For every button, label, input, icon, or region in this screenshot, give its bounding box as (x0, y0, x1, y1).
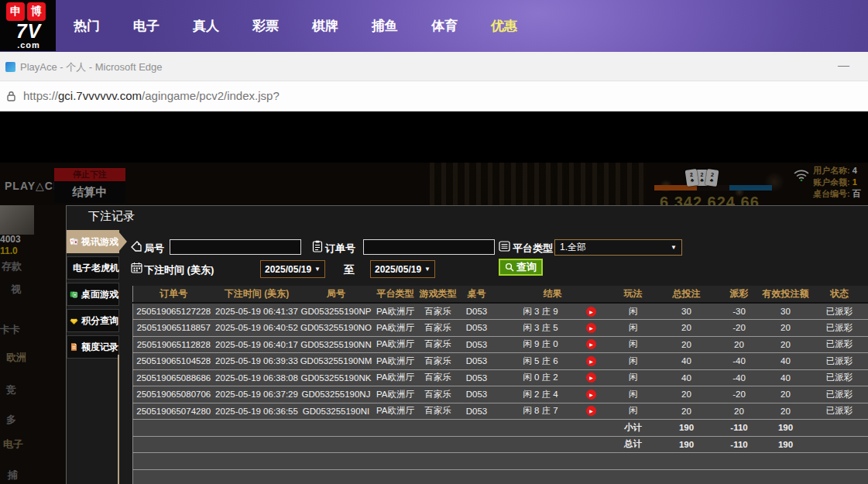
cell-payout: -30 (717, 303, 762, 320)
site-logo[interactable]: 申 博 7V .com (0, 0, 56, 51)
sidebar-item-label: 视讯游戏 (81, 235, 118, 249)
cell-platform: PA欧洲厅 (373, 303, 418, 320)
column-header: 订单号 (133, 286, 214, 303)
nav-item-electronic[interactable]: 电子 (133, 17, 160, 35)
sidebar-divider-line (118, 355, 119, 484)
modal-title: 下注记录 (88, 209, 135, 224)
cell-time: 2025-05-19 06:38:08 (214, 369, 300, 386)
cell-time: 2025-05-19 06:40:52 (214, 320, 300, 337)
url-scheme: https:// (23, 89, 58, 102)
replay-icon[interactable]: ▶ (586, 323, 596, 333)
sidebar-item-quota-records[interactable]: 额度记录 (67, 335, 119, 359)
replay-icon[interactable]: ▶ (586, 390, 596, 400)
nav-item-promotions[interactable]: 优惠 (491, 17, 517, 35)
cell-total: 40 (657, 369, 717, 386)
table-row: 2505190650807062025-05-19 06:37:29GD0532… (133, 386, 868, 403)
url-path: /agingame/pcv2/index.jsp? (142, 89, 280, 102)
minimize-button[interactable]: — (838, 58, 849, 71)
cell-table_no: D053 (458, 403, 496, 420)
screen: 申 博 7V .com 热门电子真人彩票棋牌捕鱼体育优惠 PlayAce - 个… (0, 0, 868, 484)
sidebar-item-label: 桌面游戏 (81, 288, 118, 301)
video-cards-icon: K (70, 235, 78, 248)
round-number-label: 局号 (144, 242, 164, 256)
replay-icon[interactable]: ▶ (586, 356, 596, 366)
cell-round: GD053255190NK (300, 369, 373, 386)
cell-time: 2025-05-19 06:36:55 (214, 403, 300, 420)
replay-icon[interactable]: ▶ (586, 339, 596, 349)
cell-round: GD053255190NN (300, 336, 373, 353)
table-row: 2505190651272282025-05-19 06:41:37GD0532… (133, 303, 868, 320)
cell-total: 20 (657, 403, 717, 420)
platform-type-select[interactable]: 1.全部 (554, 239, 682, 256)
cell-total: 20 (657, 320, 717, 337)
platform-list-icon (499, 241, 510, 252)
cell-result: 闲 0 庄 2▶ (496, 369, 610, 386)
sidebar-item-label: 额度记录 (81, 341, 118, 354)
nav-item-chess[interactable]: 棋牌 (312, 17, 338, 35)
cell-table_no: D053 (458, 336, 496, 353)
table-row: 2505190651045282025-05-19 06:39:33GD0532… (133, 353, 868, 370)
nav-item-fishing[interactable]: 捕鱼 (372, 17, 398, 35)
cell-table_no: D053 (458, 386, 496, 403)
logo-com-text: .com (6, 41, 51, 49)
replay-icon[interactable]: ▶ (586, 307, 596, 317)
cell-round: GD053255190NM (300, 353, 373, 370)
summary-label: 总计 (610, 436, 657, 453)
sidebar-item-points-query[interactable]: 积分查询 (67, 309, 119, 332)
replay-icon[interactable]: ▶ (586, 406, 596, 416)
sidebar-item-table-games[interactable]: 桌面游戏 (67, 283, 119, 306)
logo-7v-text: 7V (6, 21, 51, 41)
result-text: 闲 3 庄 9 (496, 306, 586, 318)
cell-table_no: D053 (458, 320, 496, 337)
cell-total: 20 (657, 386, 717, 403)
column-header: 派彩 (717, 286, 762, 303)
date-from-picker[interactable]: 2025/05/19 (260, 260, 325, 278)
search-button[interactable]: 查询 (499, 259, 543, 276)
nav-item-live[interactable]: 真人 (193, 17, 219, 35)
cell-total: 30 (657, 303, 717, 320)
cell-time: 2025-05-19 06:41:37 (214, 303, 300, 320)
edge-favicon-icon (5, 62, 15, 72)
cell-order: 250519065104528 (133, 353, 214, 370)
cell-round: GD053255190NO (300, 320, 373, 337)
result-text: 闲 8 庄 7 (496, 405, 586, 417)
order-number-input[interactable] (363, 239, 495, 255)
cell-status: 已派彩 (810, 320, 868, 337)
cell-payout: 20 (717, 403, 762, 420)
replay-icon[interactable]: ▶ (586, 372, 596, 383)
cell-status: 已派彩 (810, 403, 868, 420)
order-clipboard-icon (312, 240, 323, 252)
cell-order: 250519065074280 (133, 403, 214, 420)
cell-game: 百家乐 (418, 303, 458, 320)
url-bar[interactable]: https://gci.7vvvvvv.com/agingame/pcv2/in… (0, 81, 868, 112)
nav-item-sports[interactable]: 体育 (431, 17, 458, 35)
date-to-picker[interactable]: 2025/05/19 (370, 260, 435, 278)
cell-valid: 20 (762, 403, 810, 420)
column-header: 桌号 (458, 286, 496, 303)
cell-platform: PA欧洲厅 (373, 403, 418, 420)
cell-payout: -20 (717, 320, 762, 337)
cell-round: GD053255190NP (300, 303, 373, 320)
cell-valid: 20 (762, 320, 810, 337)
url-domain: gci.7vvvvvv.com (58, 89, 142, 102)
cell-order: 250519065080706 (133, 386, 214, 403)
cell-payout: -40 (717, 353, 762, 370)
sidebar-item-slots[interactable]: 777 电子老虎机 (67, 256, 119, 280)
result-text: 闲 9 庄 0 (496, 338, 586, 350)
sidebar-item-video-games[interactable]: K 视讯游戏 (67, 230, 119, 253)
summary-value: -110 (717, 420, 762, 437)
cell-play: 闲 (610, 320, 657, 337)
table-row: 2505190650742802025-05-19 06:36:55GD0532… (133, 403, 868, 420)
table-row: 2505190651188572025-05-19 06:40:52GD0532… (133, 320, 868, 337)
nav-item-lottery[interactable]: 彩票 (252, 17, 279, 35)
round-number-input[interactable] (170, 239, 301, 255)
cell-play: 闲 (610, 386, 657, 403)
cell-status: 已派彩 (810, 386, 868, 403)
result-text: 闲 3 庄 5 (496, 322, 586, 334)
cell-result: 闲 3 庄 5▶ (496, 320, 610, 337)
cell-time: 2025-05-19 06:37:29 (214, 386, 300, 403)
cell-platform: PA欧洲厅 (373, 369, 418, 386)
cell-order: 250519065088686 (133, 369, 214, 386)
nav-item-hot[interactable]: 热门 (74, 17, 100, 35)
column-header: 总投注 (657, 286, 717, 303)
